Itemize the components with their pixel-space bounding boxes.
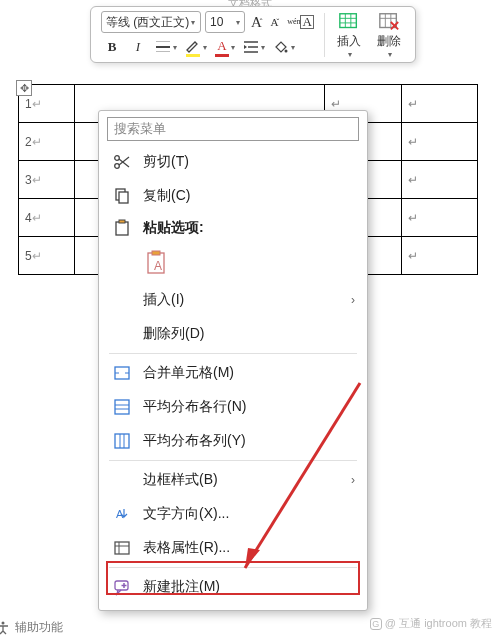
svg-point-15	[115, 164, 120, 169]
menu-label: 边框样式(B)	[143, 471, 339, 489]
clipboard-icon	[113, 219, 131, 237]
paste-option-keep-text[interactable]: A	[99, 243, 367, 283]
menu-label: 新建批注(M)	[143, 578, 355, 596]
accessibility-icon	[0, 620, 11, 636]
border-button[interactable]: ▾	[153, 36, 179, 58]
font-family-value: 等线 (西文正文)	[106, 14, 189, 31]
border-icon	[155, 39, 171, 55]
svg-point-44	[2, 621, 5, 624]
menu-delete-column[interactable]: 删除列(D)	[99, 317, 367, 351]
indent-icon	[243, 39, 259, 55]
delete-table-button[interactable]: 删除 ▾	[369, 11, 409, 59]
distribute-rows-icon	[113, 398, 131, 416]
phonetic-guide-button[interactable]: wén A	[285, 11, 316, 33]
menu-label: 文字方向(X)...	[143, 505, 355, 523]
menu-cut[interactable]: 剪切(T)	[99, 145, 367, 179]
font-size-value: 10	[210, 15, 223, 29]
chevron-right-icon: ›	[351, 293, 355, 307]
bold-button[interactable]: B	[101, 36, 123, 58]
table-properties-icon	[113, 539, 131, 557]
chevron-right-icon: ›	[351, 473, 355, 487]
grow-font-button[interactable]: Aˆ	[249, 11, 265, 33]
mini-toolbar: 等线 (西文正文) ▾ 10 ▾ Aˆ Aˇ wén A B I ▾	[90, 6, 416, 63]
menu-search-input[interactable]: 搜索菜单	[107, 117, 359, 141]
insert-table-button[interactable]: 插入 ▾	[329, 11, 369, 59]
shading-button[interactable]: ▾	[271, 36, 297, 58]
context-menu: 搜索菜单 剪切(T) 复制(C) 粘贴选项: A 插入(I) › 删除列(D) …	[98, 110, 368, 611]
delete-label: 删除	[377, 33, 401, 50]
svg-rect-1	[156, 41, 170, 42]
svg-rect-22	[119, 220, 125, 223]
svg-text:A: A	[154, 259, 162, 273]
svg-rect-20	[119, 192, 128, 203]
paint-bucket-icon	[273, 39, 289, 55]
menu-label: 删除列(D)	[143, 325, 355, 343]
svg-rect-21	[116, 222, 128, 235]
menu-paste-options: 粘贴选项:	[99, 213, 367, 243]
new-comment-icon	[113, 578, 131, 596]
svg-point-16	[115, 156, 120, 161]
menu-label: 复制(C)	[143, 187, 355, 205]
menu-label: 粘贴选项:	[143, 219, 355, 237]
highlight-pen-icon	[185, 38, 201, 54]
shrink-font-button[interactable]: Aˇ	[269, 11, 282, 33]
indent-button[interactable]: ▾	[241, 36, 267, 58]
menu-label: 合并单元格(M)	[143, 364, 355, 382]
svg-rect-4	[340, 13, 357, 27]
search-placeholder: 搜索菜单	[114, 120, 166, 138]
font-size-select[interactable]: 10 ▾	[205, 11, 245, 33]
font-family-select[interactable]: 等线 (西文正文) ▾	[101, 11, 201, 33]
menu-insert[interactable]: 插入(I) ›	[99, 283, 367, 317]
menu-label: 表格属性(R)...	[143, 539, 355, 557]
text-direction-icon: A	[113, 505, 131, 523]
highlight-button[interactable]: ▾	[183, 36, 209, 58]
menu-border-style[interactable]: 边框样式(B) ›	[99, 463, 367, 497]
italic-button[interactable]: I	[127, 36, 149, 58]
table-delete-icon	[378, 11, 400, 33]
svg-rect-24	[152, 251, 160, 255]
footer-label: 辅助功能	[15, 619, 63, 636]
svg-point-3	[285, 50, 288, 53]
svg-rect-2	[156, 51, 170, 52]
svg-rect-32	[115, 434, 129, 448]
watermark: G@ 互通 ightroom 教程	[370, 616, 492, 631]
menu-distribute-rows[interactable]: 平均分布各行(N)	[99, 390, 367, 424]
accessibility-status[interactable]: 辅助功能	[0, 619, 63, 636]
svg-text:A: A	[116, 508, 124, 520]
menu-label: 平均分布各行(N)	[143, 398, 355, 416]
svg-rect-29	[115, 400, 129, 414]
menu-merge-cells[interactable]: 合并单元格(M)	[99, 356, 367, 390]
insert-label: 插入	[337, 33, 361, 50]
merge-cells-icon	[113, 364, 131, 382]
menu-table-properties[interactable]: 表格属性(R)...	[99, 531, 367, 565]
copy-icon	[113, 187, 131, 205]
menu-text-direction[interactable]: A 文字方向(X)...	[99, 497, 367, 531]
menu-label: 剪切(T)	[143, 153, 355, 171]
font-color-button[interactable]: A ▾	[213, 36, 237, 58]
menu-label: 平均分布各列(Y)	[143, 432, 355, 450]
menu-copy[interactable]: 复制(C)	[99, 179, 367, 213]
menu-new-comment[interactable]: 新建批注(M)	[99, 570, 367, 604]
menu-distribute-cols[interactable]: 平均分布各列(Y)	[99, 424, 367, 458]
distribute-cols-icon	[113, 432, 131, 450]
scissors-icon	[113, 153, 131, 171]
table-move-handle[interactable]: ✥	[16, 80, 32, 96]
svg-rect-36	[115, 542, 129, 554]
menu-label: 插入(I)	[143, 291, 339, 309]
chevron-down-icon: ▾	[191, 18, 195, 27]
table-insert-icon	[338, 11, 360, 33]
paste-text-icon: A	[145, 250, 171, 276]
chevron-down-icon: ▾	[236, 18, 240, 27]
svg-rect-0	[156, 46, 170, 48]
